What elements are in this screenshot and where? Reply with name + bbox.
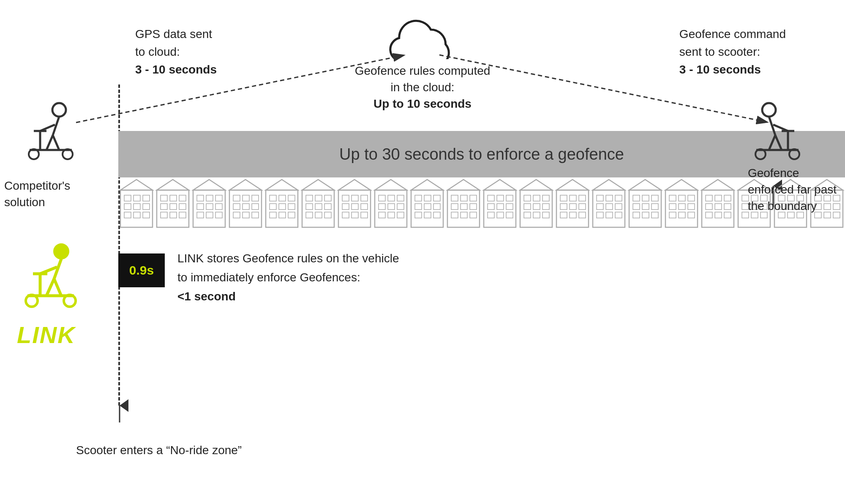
- scooter-enters-label: Scooter enters a “No-ride zone”: [76, 444, 242, 457]
- link-scooter-icon: [17, 237, 89, 323]
- gray-band: Up to 30 seconds to enforce a geofence: [118, 131, 845, 177]
- svg-line-44: [54, 279, 61, 296]
- right-scooter-svg: [744, 97, 811, 165]
- competitor-scooter-icon: [17, 97, 84, 165]
- svg-point-30: [762, 103, 776, 117]
- svg-line-34: [769, 135, 775, 150]
- link-scooter-svg: [17, 237, 89, 321]
- buildings-svg: [118, 177, 845, 228]
- building-row: [118, 177, 845, 228]
- svg-rect-19: [118, 177, 845, 228]
- link-logo: LINK: [17, 321, 76, 349]
- gray-band-text: Up to 30 seconds to enforce a geofence: [339, 145, 624, 163]
- competitor-label: Competitor's solution: [4, 177, 70, 210]
- svg-point-20: [52, 103, 66, 117]
- geofence-enforced-label: Geofence enforced far past the boundary: [748, 165, 837, 215]
- svg-line-24: [53, 135, 59, 150]
- time-box-value: 0.9s: [129, 263, 154, 278]
- link-description: LINK stores Geofence rules on the vehicl…: [177, 249, 399, 306]
- gps-label: GPS data sent to cloud: 3 - 10 seconds: [135, 25, 217, 79]
- cloud-area: Geofence rules computed in the cloud: Up…: [355, 8, 491, 112]
- time-box: 0.9s: [118, 253, 165, 287]
- cloud-label: Geofence rules computed in the cloud: Up…: [355, 63, 491, 112]
- geo-cmd-label: Geofence command sent to scooter: 3 - 10…: [679, 25, 786, 79]
- svg-line-23: [46, 135, 53, 150]
- svg-point-40: [54, 244, 69, 259]
- svg-line-43: [46, 279, 54, 296]
- competitor-scooter-area: [17, 97, 84, 166]
- cloud-icon: [384, 8, 461, 59]
- right-scooter-icon: [744, 97, 811, 166]
- svg-line-33: [775, 135, 782, 150]
- diagram-container: Geofence rules computed in the cloud: Up…: [0, 0, 845, 504]
